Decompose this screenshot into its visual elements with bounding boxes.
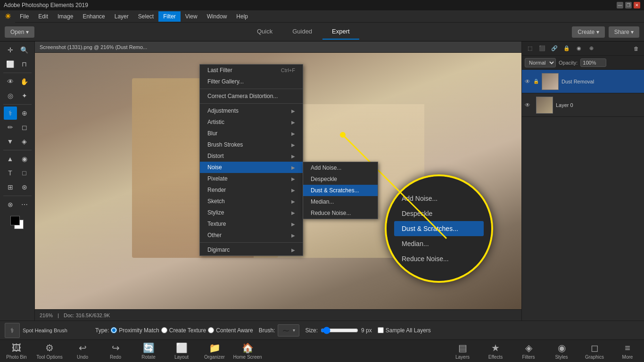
- quick-selection-tool[interactable]: ◎: [4, 89, 17, 102]
- opacity-input[interactable]: [580, 58, 606, 67]
- sharpen-tool[interactable]: ▲: [4, 152, 17, 165]
- taskbar-graphics[interactable]: ◻ Graphics: [578, 340, 611, 362]
- menu-file[interactable]: File: [15, 11, 33, 22]
- sample-all-layers-group[interactable]: Sample All Layers: [378, 327, 431, 334]
- callout-reduce-noise[interactable]: Reduce Noise...: [394, 251, 484, 266]
- taskbar-organizer[interactable]: 📁 Organizer: [198, 340, 231, 362]
- taskbar-redo[interactable]: ↪ Redo: [99, 340, 132, 362]
- filter-correct-camera[interactable]: Correct Camera Distortion...: [200, 90, 303, 102]
- create-texture-radio[interactable]: [161, 327, 167, 333]
- taskbar-more[interactable]: ≡ More: [611, 340, 644, 362]
- taskbar-layout[interactable]: ⬜ Layout: [165, 340, 198, 362]
- noise-median[interactable]: Median...: [303, 196, 378, 207]
- callout-add-noise[interactable]: Add Noise...: [394, 191, 484, 206]
- noise-dust-scratches[interactable]: Dust & Scratches...: [303, 185, 378, 196]
- gradient-tool[interactable]: ◈: [18, 135, 31, 148]
- tab-quick[interactable]: Quick: [248, 24, 282, 40]
- menu-layer[interactable]: Layer: [110, 11, 133, 22]
- filter-gallery[interactable]: Filter Gallery...: [200, 76, 303, 87]
- filter-pixelate[interactable]: Pixelate ▶: [200, 173, 303, 184]
- taskbar-tool-options[interactable]: ⚙ Tool Options: [33, 340, 66, 362]
- taskbar-layers[interactable]: ▤ Layers: [446, 340, 479, 362]
- paint-bucket-tool[interactable]: ▼: [4, 135, 17, 148]
- taskbar-effects[interactable]: ★ Effects: [479, 340, 512, 362]
- tab-guided[interactable]: Guided: [283, 24, 322, 40]
- close-button[interactable]: ✕: [634, 2, 640, 8]
- callout-median[interactable]: Median...: [394, 236, 484, 251]
- minimize-button[interactable]: —: [617, 2, 623, 8]
- layer-eye-icon-2[interactable]: 👁: [525, 102, 530, 108]
- filter-brush-strokes[interactable]: Brush Strokes ▶: [200, 139, 303, 150]
- taskbar-home-screen[interactable]: 🏠 Home Screen: [231, 340, 264, 362]
- blur-tool[interactable]: ◉: [18, 152, 31, 165]
- callout-despeckle[interactable]: Despeckle: [394, 206, 484, 221]
- filter-sketch[interactable]: Sketch ▶: [200, 196, 303, 207]
- taskbar-photo-bin[interactable]: 🖼 Photo Bin: [0, 340, 33, 362]
- filter-last-filter[interactable]: Last Filter Ctrl+F: [200, 65, 303, 76]
- tool-preset-picker[interactable]: ⚕: [5, 323, 20, 338]
- tab-expert[interactable]: Expert: [322, 24, 359, 40]
- taskbar-filters[interactable]: ◈ Filters: [512, 340, 545, 362]
- menu-view[interactable]: View: [181, 11, 202, 22]
- crop-tool[interactable]: ⊞: [4, 181, 17, 194]
- filter-digimarc[interactable]: Digimarc ▶: [200, 244, 303, 255]
- menu-enhance[interactable]: Enhance: [78, 11, 109, 22]
- layer-row-layer0[interactable]: 👁 Layer 0: [522, 93, 644, 117]
- zoom-tool[interactable]: 🔍: [18, 43, 31, 57]
- filter-artistic[interactable]: Artistic ▶: [200, 116, 303, 128]
- shape-tool[interactable]: □: [18, 166, 31, 180]
- filter-noise[interactable]: Noise ▶ Add Noise... Despeckle Dust & Sc…: [200, 162, 303, 173]
- layer-eye-icon-1[interactable]: 👁: [525, 78, 530, 85]
- brush-preview[interactable]: ∼ ▾: [278, 324, 299, 337]
- create-button[interactable]: Create ▾: [572, 26, 604, 38]
- noise-despeckle[interactable]: Despeckle: [303, 173, 378, 185]
- filter-other[interactable]: Other ▶: [200, 230, 303, 241]
- share-button[interactable]: Share ▾: [609, 26, 639, 38]
- magic-wand-tool[interactable]: ✦: [18, 89, 31, 102]
- filter-render[interactable]: Render ▶: [200, 184, 303, 196]
- content-aware-option[interactable]: Content Aware: [208, 327, 253, 334]
- panel-icon-1[interactable]: ⬚: [525, 43, 535, 54]
- proximity-match-radio[interactable]: [111, 327, 117, 333]
- menu-help[interactable]: Help: [231, 11, 253, 22]
- proximity-match-option[interactable]: Proximity Match: [111, 327, 159, 334]
- menu-edit[interactable]: Edit: [33, 11, 53, 22]
- create-texture-option[interactable]: Create Texture: [161, 327, 206, 334]
- panel-icon-4[interactable]: 🔒: [561, 43, 572, 54]
- eraser-tool[interactable]: ◻: [18, 121, 31, 134]
- filter-blur[interactable]: Blur ▶: [200, 128, 303, 139]
- open-button[interactable]: Open ▾: [5, 26, 34, 38]
- menu-select[interactable]: Select: [133, 11, 158, 22]
- taskbar-styles[interactable]: ◉ Styles: [545, 340, 578, 362]
- menu-image[interactable]: Image: [53, 11, 78, 22]
- panel-icon-3[interactable]: 🔗: [549, 43, 560, 54]
- foreground-color-swatch[interactable]: [10, 216, 20, 225]
- filter-stylize[interactable]: Stylize ▶: [200, 207, 303, 218]
- filter-distort[interactable]: Distort ▶: [200, 150, 303, 162]
- delete-layer-btn[interactable]: 🗑: [631, 43, 641, 54]
- brush-tool[interactable]: ✏: [4, 121, 17, 134]
- noise-reduce-noise[interactable]: Reduce Noise...: [303, 207, 378, 219]
- panel-icon-5[interactable]: ◉: [574, 43, 584, 54]
- healing-brush-tool[interactable]: ⚕: [4, 107, 17, 120]
- menu-window[interactable]: Window: [202, 11, 232, 22]
- menu-filter[interactable]: Filter: [158, 11, 181, 22]
- taskbar-undo[interactable]: ↩ Undo: [66, 340, 99, 362]
- panel-icon-6[interactable]: ⊕: [586, 43, 596, 54]
- custom-tool-2[interactable]: ⋯: [18, 198, 31, 211]
- callout-dust-scratches[interactable]: Dust & Scratches...: [394, 221, 484, 236]
- taskbar-rotate[interactable]: 🔄 Rotate: [132, 340, 165, 362]
- filter-adjustments[interactable]: Adjustments ▶: [200, 105, 303, 116]
- size-slider[interactable]: [321, 327, 358, 334]
- move-tool[interactable]: ✛: [4, 43, 17, 57]
- maximize-button[interactable]: ❐: [625, 2, 632, 8]
- transform-tool[interactable]: ⊛: [18, 181, 31, 194]
- stamp-tool[interactable]: ⊕: [18, 107, 31, 120]
- lasso-tool[interactable]: ⊓: [18, 58, 31, 71]
- layer-row-dust-removal[interactable]: 👁 🔒 Dust Removal: [522, 70, 644, 93]
- hand-tool[interactable]: ✋: [18, 75, 31, 88]
- noise-add-noise[interactable]: Add Noise...: [303, 162, 378, 173]
- filter-texture[interactable]: Texture ▶: [200, 218, 303, 230]
- content-aware-radio[interactable]: [208, 327, 214, 333]
- text-tool[interactable]: T: [4, 166, 17, 180]
